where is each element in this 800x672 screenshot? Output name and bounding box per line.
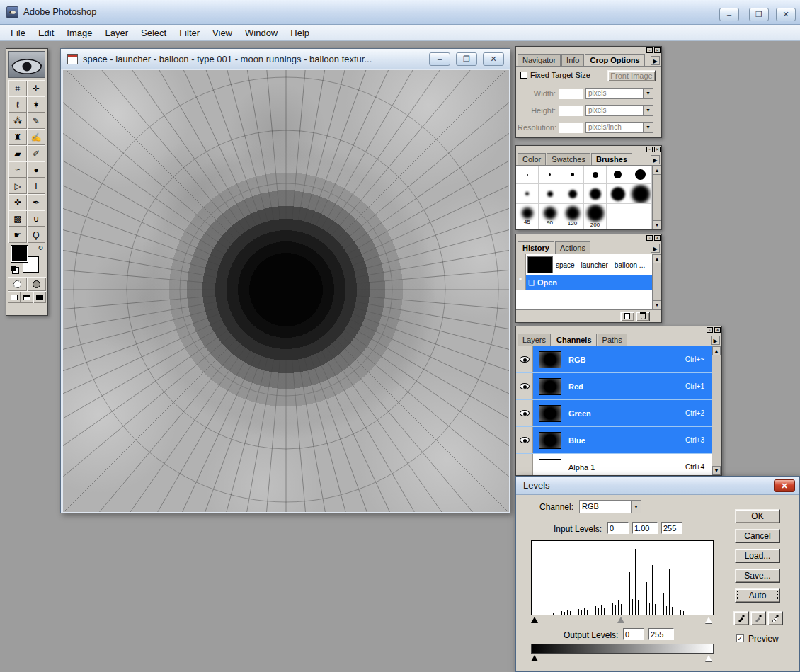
save-button[interactable]: Save...	[735, 569, 780, 583]
channel-row-alpha1[interactable]: Alpha 1 Ctrl+4	[516, 454, 712, 475]
history-scrollbar[interactable]: ▲ ▼	[652, 254, 661, 309]
move-tool[interactable]: ✛	[27, 80, 45, 96]
palette-minimize-icon[interactable]: -	[707, 327, 713, 333]
menu-layer[interactable]: Layer	[99, 25, 135, 40]
tab-channels[interactable]: Channels	[552, 334, 597, 346]
brush-preset[interactable]	[539, 184, 561, 204]
brush-preset[interactable]	[607, 184, 629, 204]
channel-select[interactable]: RGB ▼	[579, 500, 641, 513]
image-canvas[interactable]	[63, 70, 509, 512]
palette-menu-icon[interactable]: ▶	[651, 56, 660, 65]
menu-help[interactable]: Help	[284, 25, 316, 40]
chevron-down-icon[interactable]: ▼	[643, 122, 653, 133]
document-maximize-button[interactable]: ❐	[456, 52, 477, 66]
airbrush-tool[interactable]: ⁂	[8, 113, 27, 129]
paint-bucket-tool[interactable]: ∪	[27, 210, 45, 227]
brush-preset[interactable]	[629, 184, 652, 204]
output-highlight-handle[interactable]	[705, 655, 712, 661]
ok-button[interactable]: OK	[735, 509, 780, 523]
palette-close-icon[interactable]: ×	[654, 147, 661, 152]
brushes-scrollbar[interactable]: ▲ ▼	[652, 166, 661, 229]
palette-menu-icon[interactable]: ▶	[651, 244, 660, 253]
brush-preset[interactable]	[539, 166, 561, 184]
visibility-toggle[interactable]	[516, 346, 533, 372]
measure-tool[interactable]: ✜	[8, 194, 27, 210]
scroll-up-icon[interactable]: ▲	[712, 346, 721, 355]
tab-swatches[interactable]: Swatches	[547, 153, 590, 165]
palette-strip[interactable]: - ×	[516, 234, 661, 241]
menu-window[interactable]: Window	[239, 25, 284, 40]
channel-row-red[interactable]: Red Ctrl+1	[516, 373, 712, 400]
brush-preset[interactable]	[516, 166, 539, 184]
menu-filter[interactable]: Filter	[173, 25, 206, 40]
menu-file[interactable]: File	[4, 25, 32, 40]
direct-select-tool[interactable]: ▷	[8, 178, 27, 194]
tab-history[interactable]: History	[518, 241, 554, 254]
history-source-cell[interactable]: ▸	[516, 275, 526, 290]
output-shadow-field[interactable]	[623, 628, 644, 640]
channels-scrollbar[interactable]: ▲ ▼	[712, 346, 721, 475]
scroll-down-icon[interactable]: ▼	[653, 220, 661, 229]
scroll-down-icon[interactable]: ▼	[712, 466, 721, 475]
tab-info[interactable]: Info	[561, 54, 584, 66]
tab-actions[interactable]: Actions	[555, 241, 590, 254]
blur-tool[interactable]: ●	[27, 161, 45, 178]
standard-screen-button[interactable]	[8, 291, 21, 303]
brush-preset[interactable]	[629, 166, 652, 184]
tab-brushes[interactable]: Brushes	[591, 153, 632, 165]
fullscreen-button[interactable]	[33, 291, 46, 303]
palette-close-icon[interactable]: ×	[654, 47, 661, 53]
resolution-input[interactable]	[559, 123, 583, 133]
quick-mask-mode-button[interactable]	[27, 277, 46, 291]
brush-preset[interactable]	[561, 184, 584, 204]
height-input[interactable]	[559, 106, 583, 116]
swap-colors-icon[interactable]: ↻	[38, 244, 43, 251]
menu-edit[interactable]: Edit	[32, 25, 60, 40]
history-source-cell[interactable]	[516, 254, 526, 275]
menu-select[interactable]: Select	[135, 25, 173, 40]
brush-preset[interactable]: 120	[561, 204, 584, 229]
palette-menu-icon[interactable]: ▶	[711, 336, 720, 345]
visibility-toggle[interactable]	[516, 373, 533, 399]
palette-strip[interactable]: - ×	[516, 146, 661, 153]
close-button[interactable]: ✕	[776, 8, 796, 21]
document-minimize-button[interactable]: –	[429, 52, 450, 66]
history-state-open[interactable]: ▸ ❏ Open	[516, 275, 652, 290]
default-colors-icon[interactable]	[11, 266, 16, 271]
pencil-tool[interactable]: ✐	[27, 145, 45, 161]
load-button[interactable]: Load...	[735, 549, 780, 563]
scroll-up-icon[interactable]: ▲	[653, 166, 661, 175]
input-highlight-field[interactable]	[661, 522, 682, 534]
maximize-button[interactable]: ❐	[749, 8, 769, 21]
tab-color[interactable]: Color	[518, 153, 546, 165]
chevron-down-icon[interactable]: ▼	[643, 105, 653, 116]
palette-minimize-icon[interactable]: -	[646, 47, 653, 53]
input-gamma-field[interactable]	[632, 522, 658, 534]
history-snapshot-row[interactable]: space - launcher - balloon ...	[516, 254, 652, 275]
rubber-stamp-tool[interactable]: ♜	[8, 129, 27, 145]
standard-mode-button[interactable]	[8, 277, 27, 291]
brush-preset[interactable]: 200	[584, 204, 607, 229]
scroll-down-icon[interactable]: ▼	[653, 300, 661, 309]
front-image-button[interactable]: Front Image	[607, 70, 656, 81]
brush-preset[interactable]	[584, 166, 607, 184]
zoom-tool[interactable]: Ϙ	[27, 227, 45, 243]
levels-close-button[interactable]: ✕	[774, 479, 795, 492]
cancel-button[interactable]: Cancel	[735, 529, 780, 543]
brush-preset[interactable]	[607, 166, 629, 184]
palette-close-icon[interactable]: ×	[654, 235, 661, 241]
minimize-button[interactable]: –	[719, 8, 739, 21]
visibility-toggle[interactable]	[516, 400, 533, 426]
brush-preset[interactable]	[561, 166, 584, 184]
gray-point-dropper-button[interactable]	[750, 611, 766, 625]
new-snapshot-button[interactable]	[620, 312, 634, 321]
width-unit-select[interactable]: pixels ▼	[585, 88, 653, 99]
black-point-dropper-button[interactable]	[733, 611, 749, 625]
foreground-color-swatch[interactable]	[11, 246, 28, 262]
hand-tool[interactable]: ☛	[8, 227, 27, 243]
tab-paths[interactable]: Paths	[598, 334, 627, 346]
visibility-toggle[interactable]	[516, 454, 533, 475]
app-titlebar[interactable]: Adobe Photoshop – ❐ ✕	[0, 0, 800, 25]
visibility-toggle[interactable]	[516, 427, 533, 453]
gamma-slider-handle[interactable]	[617, 617, 624, 623]
